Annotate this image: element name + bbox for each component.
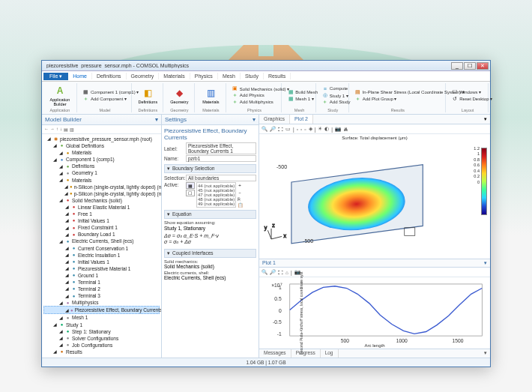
snapshot-icon[interactable]: 📷	[335, 126, 341, 132]
zoom-out-icon[interactable]: 🔎	[270, 126, 276, 132]
close-button[interactable]: ✕	[477, 62, 489, 70]
panel-collapse-icon[interactable]: ▾	[481, 115, 490, 124]
tab-study[interactable]: Study	[241, 73, 264, 79]
tree-item[interactable]: ◢●Piezoresistive Material 1	[43, 265, 160, 272]
remove-selection-icon[interactable]: －	[238, 190, 243, 196]
light-icon[interactable]: ☀	[318, 126, 322, 132]
tree-item[interactable]: ◢●Electric Insulation 1	[43, 252, 160, 259]
tree-item[interactable]: ◢●Mesh 1	[43, 314, 160, 321]
tree-item[interactable]: ◢●Results	[43, 349, 160, 355]
paste-selection-icon[interactable]: 📋	[238, 202, 243, 208]
tree-item[interactable]: ◢●Fixed Constraint 1	[43, 224, 160, 231]
equation-study-dropdown[interactable]: Study 1, Stationary	[164, 226, 256, 231]
tab-materials[interactable]: Materials	[159, 73, 190, 79]
tree-item[interactable]: ◢●Current Conservation 1	[43, 245, 160, 252]
solid-mechanics-dropdown[interactable]: Solid Mechanics (solid)	[164, 264, 256, 269]
definitions-button[interactable]: ◧Definitions	[136, 83, 160, 107]
materials-button[interactable]: ▥Materials	[199, 83, 223, 107]
nav-up-icon[interactable]: ↑	[56, 127, 58, 132]
nav-back-icon[interactable]: ←	[44, 127, 49, 132]
tab-physics[interactable]: Physics	[190, 73, 218, 79]
tree-item[interactable]: ◢●Materials	[43, 149, 160, 156]
zoom-extents-icon[interactable]: ⛶	[278, 127, 283, 132]
file-menu[interactable]: File ▾	[43, 73, 68, 80]
tab-results[interactable]: Results	[264, 73, 291, 79]
tree-item[interactable]: ◢●n-Silicon (single-crystal, lightly dop…	[43, 184, 160, 190]
tab-home[interactable]: Home	[68, 73, 92, 79]
tree-item[interactable]: ◢●Terminal 1	[43, 279, 160, 286]
add-component-dropdown[interactable]: ＋Add Component ▾	[82, 96, 128, 102]
model-tree[interactable]: ◢◉piezoresistive_pressure_sensor.mph (ro…	[42, 134, 161, 358]
equation-header[interactable]: ▾Equation	[164, 210, 256, 219]
electric-currents-dropdown[interactable]: Electric Currents, Shell (ecs)	[164, 275, 256, 280]
zoom-in-icon[interactable]: 🔍	[262, 269, 267, 275]
view-xy-icon[interactable]: ▫	[297, 127, 298, 132]
tree-item[interactable]: ◢●Materials	[43, 177, 160, 184]
selection-dropdown[interactable]: All boundaries	[186, 175, 256, 181]
panel-collapse-icon[interactable]: ▾	[155, 116, 158, 123]
tree-item[interactable]: ◢●Job Configurations	[43, 342, 160, 349]
select-none-icon[interactable]: ☐	[186, 190, 195, 196]
nav-down-icon[interactable]: ↓	[60, 127, 62, 132]
minimize-button[interactable]: _	[451, 62, 463, 70]
view-default-icon[interactable]: ◈	[309, 126, 312, 132]
active-boundaries-list[interactable]: 44 (not applicable)45 (not applicable)47…	[196, 182, 236, 208]
tree-item[interactable]: ◢●Multiphysics	[43, 299, 160, 306]
progress-tab[interactable]: Progress	[291, 349, 321, 358]
add-selection-icon[interactable]: ＋	[238, 182, 243, 189]
tree-item[interactable]: ◢●Free 1	[43, 211, 160, 217]
view-yz-icon[interactable]: ▫	[300, 127, 302, 132]
coupled-interfaces-header[interactable]: ▾Coupled Interfaces	[164, 249, 256, 258]
tree-item[interactable]: ◢●Geometry 1	[43, 169, 160, 176]
tab-definitions[interactable]: Definitions	[92, 73, 127, 79]
compute-button[interactable]: ≡Compute	[321, 85, 349, 91]
messages-tab[interactable]: Messages	[259, 349, 291, 358]
view-xz-icon[interactable]: ▫	[304, 127, 306, 132]
add-study-button[interactable]: ＋Add Study	[321, 99, 352, 105]
geometry-button[interactable]: ◆Geometry	[168, 83, 191, 107]
tree-item[interactable]: ◢●Step 1: Stationary	[43, 328, 160, 335]
tab-geometry[interactable]: Geometry	[127, 73, 160, 79]
graphics-canvas[interactable]: Surface: Total displacement (μm)	[259, 134, 490, 259]
tab-mesh[interactable]: Mesh	[218, 73, 241, 79]
copy-selection-icon[interactable]: ⎘	[238, 197, 243, 202]
tree-item[interactable]: ◢●Solver Configurations	[43, 335, 160, 342]
tree-item[interactable]: ◢●Initial Values 1	[43, 259, 160, 265]
tree-item[interactable]: ◢●Piezoresistive Effect, Boundary Curren…	[43, 306, 160, 314]
zoom-box-icon[interactable]: ▭	[285, 126, 291, 132]
tree-item[interactable]: ◢●Ground 1	[43, 272, 160, 279]
zoom-extents-icon[interactable]: ⛶	[278, 270, 283, 275]
zoom-out-icon[interactable]: 🔎	[270, 269, 276, 275]
add-physics-button[interactable]: ＋Add Physics	[231, 92, 266, 98]
tree-item[interactable]: ◢●Solid Mechanics (solid)	[43, 197, 160, 204]
tree-item[interactable]: ◢●Global Definitions	[43, 142, 160, 149]
print-icon[interactable]: 🖶	[343, 127, 348, 132]
tree-item[interactable]: ◢●Terminal 3	[43, 292, 160, 299]
log-tab[interactable]: Log	[321, 349, 339, 358]
physics-dropdown[interactable]: ▣Solid Mechanics (solid) ▾	[231, 85, 291, 91]
tree-item[interactable]: ◢●Initial Values 1	[43, 217, 160, 224]
tree-item[interactable]: ◢●Electric Currents, Shell (ecs)	[43, 238, 160, 244]
application-builder-button[interactable]: A Application Builder	[46, 83, 73, 107]
add-plot-group-button[interactable]: ＋Add Plot Group ▾	[354, 96, 399, 102]
tree-item[interactable]: ◢●Linear Elastic Material 1	[43, 204, 160, 211]
select-all-icon[interactable]: ▦	[186, 182, 195, 189]
tree-item[interactable]: ◢●Study 1	[43, 322, 160, 328]
tree-item[interactable]: ◢●Component 1 (comp1)	[43, 156, 160, 163]
panel-collapse-icon[interactable]: ▾	[484, 260, 487, 266]
tree-item[interactable]: ◢●Terminal 2	[43, 286, 160, 292]
name-input[interactable]: pzrb1	[186, 155, 256, 162]
expand-icon[interactable]: ▤	[64, 127, 68, 132]
collapse-icon[interactable]: ▥	[70, 127, 74, 132]
label-input[interactable]: Piezoresistive Effect, Boundary Currents…	[186, 142, 256, 154]
home-icon[interactable]: ⌂	[285, 270, 288, 275]
study-dropdown[interactable]: ◎Study 1 ▾	[321, 92, 350, 98]
zoom-in-icon[interactable]: 🔍	[262, 126, 267, 132]
nav-fwd-icon[interactable]: →	[50, 127, 55, 132]
windows-dropdown[interactable]: ☐Windows ▾	[450, 89, 483, 95]
add-multiphysics-button[interactable]: ＋Add Multiphysics	[231, 99, 275, 105]
build-mesh-button[interactable]: ▦Build Mesh	[286, 89, 319, 95]
panel-collapse-icon[interactable]: ▾	[253, 116, 256, 123]
component-dropdown[interactable]: ▦Component 1 (comp1) ▾	[82, 89, 140, 95]
panel-collapse-icon[interactable]: ▾	[481, 349, 490, 358]
